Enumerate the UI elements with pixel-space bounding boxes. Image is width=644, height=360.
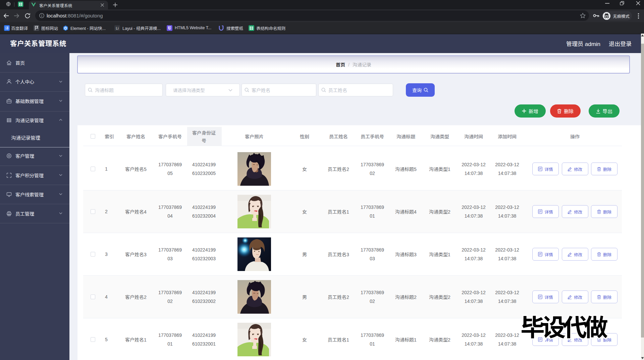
svg-text:译: 译 [5,25,9,31]
svg-text:Li: Li [116,27,119,30]
